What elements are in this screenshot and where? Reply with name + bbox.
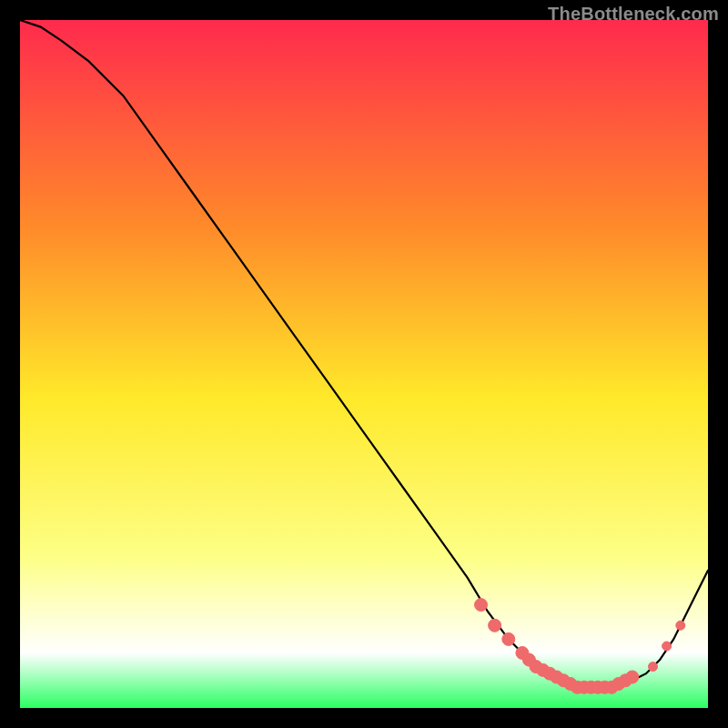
- highlight-dot: [649, 662, 658, 672]
- highlight-dot: [626, 671, 639, 683]
- highlight-dot: [489, 619, 501, 632]
- highlight-dot: [676, 621, 685, 630]
- highlight-dot: [502, 632, 515, 645]
- gradient-background: [20, 20, 708, 708]
- chart-stage: TheBottleneck.com: [0, 0, 728, 728]
- watermark-text: TheBottleneck.com: [548, 4, 719, 25]
- highlight-dot: [662, 642, 672, 651]
- highlight-dot: [475, 599, 488, 612]
- bottleneck-chart: [0, 0, 728, 728]
